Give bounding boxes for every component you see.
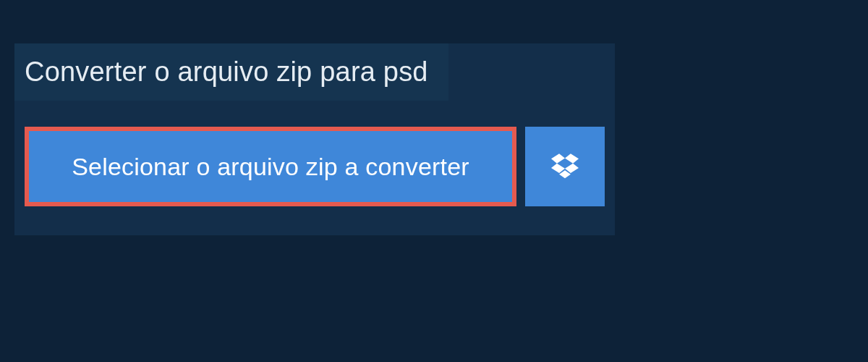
converter-card: Converter o arquivo zip para psd Selecio… [14, 43, 615, 235]
svg-marker-3 [565, 164, 579, 173]
select-file-label: Selecionar o arquivo zip a converter [72, 153, 469, 181]
card-title: Converter o arquivo zip para psd [14, 43, 448, 101]
dropbox-icon [551, 151, 579, 182]
dropbox-button[interactable] [525, 127, 605, 206]
button-row: Selecionar o arquivo zip a converter [25, 127, 605, 206]
select-file-button[interactable]: Selecionar o arquivo zip a converter [25, 127, 516, 206]
svg-marker-2 [551, 164, 565, 173]
svg-marker-1 [565, 153, 579, 163]
svg-marker-0 [551, 153, 565, 163]
